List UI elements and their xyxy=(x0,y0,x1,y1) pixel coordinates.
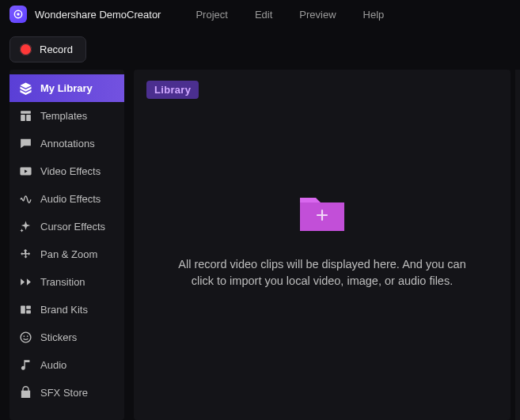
sidebar-item-stickers[interactable]: Stickers xyxy=(9,324,124,351)
sidebar-item-label: Cursor Effects xyxy=(40,221,105,233)
annotation-icon xyxy=(19,137,32,150)
pan-zoom-icon xyxy=(19,248,32,261)
sidebar-item-label: My Library xyxy=(40,82,93,94)
menu-edit[interactable]: Edit xyxy=(255,9,272,21)
sidebar-item-label: Audio xyxy=(40,359,66,371)
content-panel: Library All record video clips will be d… xyxy=(134,70,511,420)
template-icon xyxy=(19,109,32,123)
music-note-icon xyxy=(19,358,32,372)
svg-point-1 xyxy=(17,13,20,16)
sidebar-item-audio-effects[interactable]: Audio Effects xyxy=(9,185,124,213)
sidebar-item-label: Audio Effects xyxy=(40,193,101,205)
sidebar-item-label: Templates xyxy=(40,110,87,122)
library-tag[interactable]: Library xyxy=(146,81,199,99)
import-folder-button[interactable] xyxy=(300,195,344,234)
sidebar-item-label: Stickers xyxy=(40,331,77,343)
app-title: Wondershare DemoCreator xyxy=(35,9,161,21)
sidebar-item-pan-zoom[interactable]: Pan & Zoom xyxy=(9,240,124,268)
record-icon xyxy=(20,44,32,55)
record-button[interactable]: Record xyxy=(9,36,86,62)
sidebar-item-brand-kits[interactable]: Brand Kits xyxy=(9,296,124,324)
video-icon xyxy=(19,165,32,178)
svg-point-11 xyxy=(27,335,28,337)
sidebar-item-label: Annotations xyxy=(40,138,95,149)
brand-kit-icon xyxy=(19,303,32,316)
folder-plus-icon xyxy=(300,195,344,231)
sidebar-item-label: Video Effects xyxy=(40,165,101,177)
sidebar-item-transition[interactable]: Transition xyxy=(9,268,124,296)
sidebar-item-video-effects[interactable]: Video Effects xyxy=(9,157,124,185)
sidebar-item-annotations[interactable]: Annotations xyxy=(9,130,124,157)
svg-rect-6 xyxy=(21,306,25,314)
layers-icon xyxy=(19,81,32,95)
sidebar-item-label: Pan & Zoom xyxy=(40,248,97,260)
menu-project[interactable]: Project xyxy=(195,9,227,21)
menubar: Project Edit Preview Help xyxy=(195,9,384,21)
sidebar-item-label: Transition xyxy=(40,276,85,288)
sidebar-item-templates[interactable]: Templates xyxy=(9,102,124,130)
sidebar-item-label: Brand Kits xyxy=(40,304,88,316)
sidebar-item-my-library[interactable]: My Library xyxy=(9,74,124,102)
empty-state: All record video clips will be displayed… xyxy=(134,195,511,289)
svg-rect-8 xyxy=(26,310,31,313)
sidebar: My Library Templates Annotations Video E… xyxy=(9,70,124,420)
sfx-bag-icon xyxy=(19,386,32,399)
menu-help[interactable]: Help xyxy=(363,9,385,21)
sticker-icon xyxy=(19,331,32,344)
svg-point-10 xyxy=(24,335,25,337)
svg-rect-2 xyxy=(21,111,31,114)
record-label: Record xyxy=(40,44,73,55)
svg-point-9 xyxy=(21,332,31,342)
menu-preview[interactable]: Preview xyxy=(299,9,336,21)
toolbar: Record xyxy=(0,28,520,70)
sidebar-item-cursor-effects[interactable]: Cursor Effects xyxy=(9,213,124,240)
svg-rect-4 xyxy=(26,115,31,121)
main-area: My Library Templates Annotations Video E… xyxy=(0,70,520,420)
audio-wave-icon xyxy=(19,192,32,206)
titlebar: Wondershare DemoCreator Project Edit Pre… xyxy=(0,0,520,28)
right-gutter xyxy=(515,70,520,420)
sidebar-item-sfx-store[interactable]: SFX Store xyxy=(9,379,124,407)
sidebar-item-audio[interactable]: Audio xyxy=(9,351,124,379)
svg-rect-3 xyxy=(21,115,25,121)
empty-state-text: All record video clips will be displayed… xyxy=(172,256,473,289)
svg-rect-7 xyxy=(26,306,31,309)
app-logo-icon xyxy=(9,6,27,23)
transition-icon xyxy=(19,275,32,289)
cursor-sparkle-icon xyxy=(19,220,32,233)
sidebar-item-label: SFX Store xyxy=(40,387,88,399)
